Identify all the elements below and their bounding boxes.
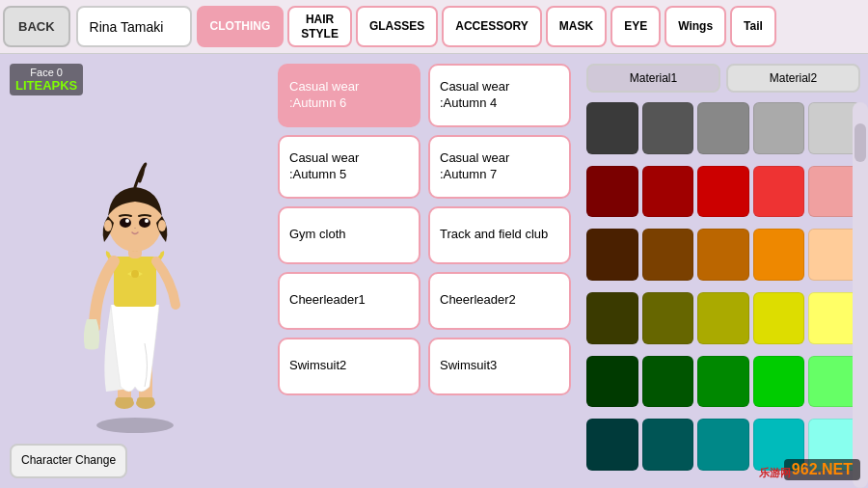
tabs-container: CLOTHINGHAIR STYLEGLASSESACCESSORYMASKEY… — [195, 0, 778, 53]
clothing-item-cheerleader2[interactable]: Cheerleader2 — [428, 272, 571, 330]
svg-point-8 — [131, 270, 139, 278]
clothing-item-gymcloth[interactable]: Gym cloth — [278, 206, 420, 264]
material-tab-material1[interactable]: Material1 — [586, 64, 720, 93]
clothing-item-cheerleader1[interactable]: Cheerleader1 — [278, 272, 420, 330]
color-swatch-2[interactable] — [697, 102, 749, 154]
liteapks-watermark: LITEAPKS — [15, 78, 77, 93]
tab-accessory[interactable]: ACCESSORY — [442, 6, 542, 47]
svg-point-14 — [125, 219, 129, 223]
clothing-item-autumn4[interactable]: Casual wear :Autumn 4 — [428, 64, 571, 127]
character-svg — [58, 112, 212, 440]
svg-point-16 — [104, 220, 112, 231]
tab-mask[interactable]: MASK — [546, 6, 607, 47]
svg-rect-5 — [116, 397, 133, 405]
back-button[interactable]: BACK — [3, 6, 70, 47]
character-change-button[interactable]: Character Change — [10, 444, 127, 478]
material-tab-material2[interactable]: Material2 — [726, 64, 860, 93]
clothing-item-autumn7[interactable]: Casual wear :Autumn 7 — [428, 135, 571, 199]
clothing-item-swimsuit2[interactable]: Swimsuit2 — [278, 338, 420, 395]
svg-point-15 — [145, 219, 149, 223]
color-swatch-27[interactable] — [697, 419, 749, 471]
color-panel: Material1Material2 — [579, 54, 868, 488]
scrollbar-track[interactable] — [853, 102, 868, 488]
character-name: Rina Tamaki — [76, 6, 192, 47]
face-label: Face 0 LITEAPKS — [10, 64, 83, 95]
color-grid — [586, 102, 860, 478]
color-swatch-16[interactable] — [642, 292, 694, 344]
color-swatch-7[interactable] — [697, 166, 749, 218]
svg-point-17 — [158, 220, 166, 231]
tab-glasses[interactable]: GLASSES — [356, 6, 438, 47]
watermark-leyou: 乐游网 — [759, 466, 791, 480]
topbar: BACK Rina Tamaki CLOTHINGHAIR STYLEGLASS… — [0, 0, 868, 54]
scrollbar-thumb[interactable] — [854, 123, 866, 162]
clothing-item-trackfield[interactable]: Track and field club — [428, 206, 571, 264]
clothing-row: Casual wear :Autumn 5Casual wear :Autumn… — [278, 135, 571, 199]
character-panel: Face 0 LITEAPKS — [0, 54, 270, 488]
color-swatch-23[interactable] — [753, 356, 805, 408]
svg-point-12 — [120, 218, 131, 228]
svg-point-0 — [96, 418, 174, 433]
color-swatch-15[interactable] — [586, 292, 638, 344]
tab-clothing[interactable]: CLOTHING — [197, 6, 285, 47]
color-swatch-0[interactable] — [586, 102, 638, 154]
tab-wings[interactable]: Wings — [665, 6, 726, 47]
clothing-row: Swimsuit2Swimsuit3 — [278, 338, 571, 395]
clothing-panel: Casual wear :Autumn 6Casual wear :Autumn… — [270, 54, 579, 488]
color-swatch-26[interactable] — [642, 419, 694, 471]
color-swatch-12[interactable] — [697, 229, 749, 281]
clothing-row: Gym clothTrack and field club — [278, 206, 571, 264]
clothing-row: Cheerleader1Cheerleader2 — [278, 272, 571, 330]
color-swatch-5[interactable] — [586, 166, 638, 218]
color-swatch-13[interactable] — [753, 229, 805, 281]
clothing-item-autumn6[interactable]: Casual wear :Autumn 6 — [278, 64, 420, 127]
watermark-962net: 962.NET — [784, 459, 860, 480]
svg-point-13 — [139, 218, 150, 228]
color-swatch-22[interactable] — [697, 356, 749, 408]
main-content: Face 0 LITEAPKS — [0, 54, 868, 488]
color-swatch-18[interactable] — [753, 292, 805, 344]
color-swatch-17[interactable] — [697, 292, 749, 344]
color-swatch-6[interactable] — [642, 166, 694, 218]
color-swatch-20[interactable] — [586, 356, 638, 408]
color-swatch-1[interactable] — [642, 102, 694, 154]
svg-rect-7 — [114, 257, 156, 307]
clothing-row: Casual wear :Autumn 6Casual wear :Autumn… — [278, 64, 571, 127]
clothing-item-autumn5[interactable]: Casual wear :Autumn 5 — [278, 135, 420, 199]
svg-rect-6 — [137, 397, 154, 405]
clothing-item-swimsuit3[interactable]: Swimsuit3 — [428, 338, 571, 395]
color-swatch-3[interactable] — [753, 102, 805, 154]
material-tabs: Material1Material2 — [586, 64, 860, 93]
color-swatch-25[interactable] — [586, 419, 638, 471]
color-swatch-10[interactable] — [586, 229, 638, 281]
tab-eye[interactable]: EYE — [610, 6, 661, 47]
color-swatch-11[interactable] — [642, 229, 694, 281]
tab-tail[interactable]: Tail — [730, 6, 776, 47]
character-figure — [58, 112, 212, 440]
color-swatch-8[interactable] — [753, 166, 805, 218]
tab-hairstyle[interactable]: HAIR STYLE — [287, 6, 352, 47]
color-swatch-21[interactable] — [642, 356, 694, 408]
